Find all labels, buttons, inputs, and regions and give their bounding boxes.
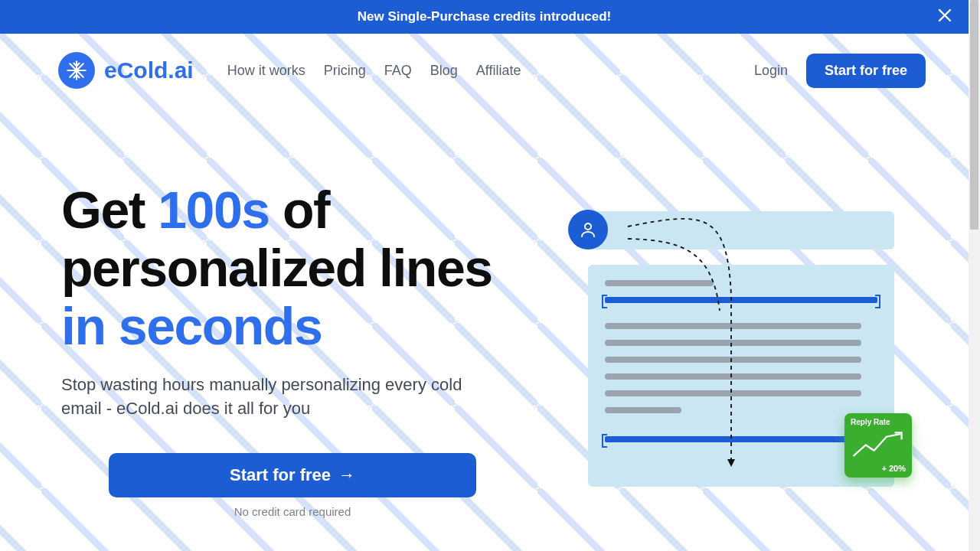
- hero-left: Get 100s of personalized lines in second…: [61, 181, 536, 518]
- hero-title: Get 100s of personalized lines in second…: [61, 181, 536, 355]
- nav-affiliate[interactable]: Affiliate: [476, 63, 521, 79]
- nav-pricing[interactable]: Pricing: [324, 63, 366, 79]
- hero-subtitle: Stop wasting hours manually personalizin…: [61, 373, 505, 421]
- snowflake-icon: [58, 52, 95, 89]
- trend-up-icon: [851, 426, 906, 464]
- nav-right: Login Start for free: [754, 54, 926, 88]
- logo[interactable]: eCold.ai: [58, 52, 194, 89]
- reply-rate-delta: + 20%: [851, 464, 906, 473]
- hero-title-accent1: 100s: [158, 181, 269, 239]
- close-icon[interactable]: [935, 5, 955, 28]
- hero-cta-row: Start for free → No credit card required: [109, 453, 476, 518]
- main-nav: How it works Pricing FAQ Blog Affiliate: [227, 63, 521, 79]
- nav-blog[interactable]: Blog: [430, 63, 458, 79]
- announcement-text: New Single-Purchase credits introduced!: [358, 9, 612, 24]
- hero-start-button[interactable]: Start for free →: [109, 453, 476, 497]
- nav-how-it-works[interactable]: How it works: [227, 63, 305, 79]
- announcement-banner: New Single-Purchase credits introduced!: [0, 0, 969, 34]
- hero-note: No credit card required: [109, 505, 476, 518]
- hero-title-accent2: in seconds: [61, 297, 322, 355]
- nav-faq[interactable]: FAQ: [384, 63, 412, 79]
- arrow-right-icon: →: [338, 465, 355, 485]
- hero-start-button-label: Start for free: [230, 465, 331, 485]
- scrollbar-thumb[interactable]: [970, 0, 978, 230]
- reply-rate-label: Reply Rate: [851, 418, 906, 426]
- login-link[interactable]: Login: [754, 63, 788, 79]
- scrollbar[interactable]: [969, 0, 980, 551]
- reply-rate-badge: Reply Rate + 20%: [844, 413, 912, 478]
- hero-title-pre: Get: [61, 181, 158, 239]
- logo-text: eCold.ai: [104, 57, 194, 83]
- hero-section: Get 100s of personalized lines in second…: [0, 89, 969, 518]
- site-header: eCold.ai How it works Pricing FAQ Blog A…: [0, 34, 969, 89]
- start-for-free-button[interactable]: Start for free: [806, 54, 926, 88]
